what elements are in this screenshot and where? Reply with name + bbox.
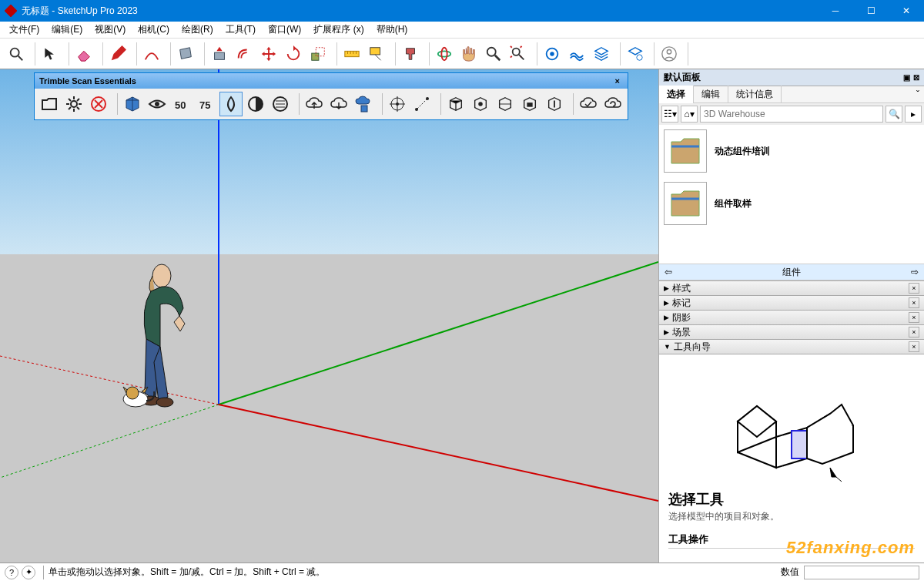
svg-point-23 [667, 49, 671, 54]
delete-circle-icon[interactable] [87, 92, 110, 116]
rectangle-icon[interactable] [174, 42, 197, 65]
list-item[interactable]: 动态组件培训 [664, 129, 919, 173]
cloud-refresh-icon[interactable] [601, 92, 624, 116]
user-icon[interactable] [658, 42, 681, 65]
menu-file[interactable]: 文件(F) [3, 22, 45, 38]
section-close-icon[interactable]: × [909, 297, 919, 308]
menu-view[interactable]: 视图(V) [89, 22, 132, 38]
viewport-area[interactable]: Trimble Scan Essentials × 50 75 [0, 69, 658, 563]
list-item[interactable]: 组件取样 [664, 182, 919, 225]
menu-draw[interactable]: 绘图(R) [176, 22, 219, 38]
section-close-icon[interactable]: × [909, 327, 919, 338]
tabs-collapse-icon[interactable]: ˇ [912, 89, 924, 100]
section-styles[interactable]: ▶样式× [659, 281, 924, 296]
value-input[interactable] [804, 566, 919, 579]
svg-line-52 [417, 99, 427, 109]
search-icon[interactable] [5, 42, 28, 65]
layers-cog-icon[interactable] [624, 42, 647, 65]
minimize-button[interactable]: ─ [818, 0, 853, 22]
zoom-icon[interactable] [482, 42, 505, 65]
menu-window[interactable]: 窗口(W) [262, 22, 307, 38]
warehouse-icon[interactable] [541, 42, 564, 65]
box-b-icon[interactable] [469, 92, 492, 116]
scan-essentials-toolbar[interactable]: Trimble Scan Essentials × 50 75 [34, 72, 628, 120]
svg-rect-3 [215, 52, 225, 59]
panel-close-icon[interactable]: ⊠ [913, 73, 919, 82]
paint-icon[interactable] [399, 42, 422, 65]
orbit-icon[interactable] [433, 42, 456, 65]
menu-tools[interactable]: 工具(T) [219, 22, 262, 38]
panel-pin-icon[interactable]: ▣ [903, 73, 910, 82]
droplet-icon[interactable] [219, 92, 243, 116]
svg-rect-11 [370, 47, 380, 54]
close-button[interactable]: ✕ [889, 0, 924, 22]
menu-edit[interactable]: 编辑(E) [45, 22, 89, 38]
component-list[interactable]: 动态组件培训 组件取样 [659, 125, 924, 264]
tape-icon[interactable] [340, 42, 363, 65]
zoom-extents-icon[interactable] [507, 42, 530, 65]
tab-select[interactable]: 选择 [659, 86, 694, 103]
pushpull-icon[interactable] [208, 42, 231, 65]
text-icon[interactable] [365, 42, 388, 65]
box-a-icon[interactable] [444, 92, 467, 116]
scale-icon[interactable] [306, 42, 330, 65]
section-close-icon[interactable]: × [909, 283, 919, 294]
pencil-icon[interactable] [106, 42, 129, 65]
seventyfive-icon[interactable]: 75 [195, 92, 218, 116]
menu-extensions[interactable]: 扩展程序 (x) [307, 22, 370, 38]
offset-icon[interactable] [233, 42, 256, 65]
section-close-icon[interactable]: × [909, 312, 919, 323]
home-icon[interactable]: ⌂▾ [681, 106, 698, 123]
box-e-icon[interactable] [543, 92, 566, 116]
move-icon[interactable] [257, 42, 280, 65]
nav-forward-icon[interactable]: ⇨ [906, 267, 924, 277]
cloud-cube-icon[interactable] [352, 92, 375, 116]
maximize-button[interactable]: ☐ [853, 0, 889, 22]
svg-point-53 [478, 102, 483, 106]
select-tool-icon[interactable] [38, 42, 62, 65]
measure-points-icon[interactable] [410, 92, 434, 116]
help-icon[interactable]: ? [5, 566, 18, 579]
view-mode-icon[interactable]: ☷▾ [661, 106, 678, 123]
scan-toolbar-close-icon[interactable]: × [612, 76, 623, 86]
contrast-icon[interactable] [244, 92, 267, 116]
hatch-circle-icon[interactable] [269, 92, 292, 116]
layers-icon[interactable] [590, 42, 613, 65]
section-instructor[interactable]: ▼工具向导× [659, 340, 924, 354]
box-c-icon[interactable] [494, 92, 517, 116]
tab-stats[interactable]: 统计信息 [728, 86, 782, 103]
menu-help[interactable]: 帮助(H) [370, 22, 414, 38]
panel-header[interactable]: 默认面板 ▣⊠ [659, 69, 924, 86]
extension-warehouse-icon[interactable] [565, 42, 588, 65]
arc-icon[interactable] [140, 42, 163, 65]
section-tags[interactable]: ▶标记× [659, 296, 924, 311]
search-input[interactable] [700, 106, 883, 123]
section-shadows[interactable]: ▶阴影× [659, 311, 924, 325]
box-d-icon[interactable] [518, 92, 541, 116]
tab-edit[interactable]: 编辑 [694, 86, 728, 103]
nav-back-icon[interactable]: ⇦ [659, 267, 678, 277]
svg-line-18 [519, 54, 524, 59]
target-icon[interactable] [386, 92, 409, 116]
fifty-icon[interactable]: 50 [170, 92, 193, 116]
cloud-check-icon[interactable] [577, 92, 600, 116]
rotate-icon[interactable] [282, 42, 305, 65]
eraser-icon[interactable] [72, 42, 95, 65]
geo-icon[interactable]: ✦ [22, 566, 35, 579]
scan-toolbar-label: Trimble Scan Essentials [39, 76, 136, 86]
search-button-icon[interactable]: 🔍 [886, 106, 902, 123]
section-close-icon[interactable]: × [909, 341, 919, 352]
eye-icon[interactable] [146, 92, 169, 116]
scan-toolbar-title[interactable]: Trimble Scan Essentials × [35, 73, 628, 89]
cube-view-icon[interactable] [121, 92, 144, 116]
cloud-down-icon[interactable] [327, 92, 350, 116]
pan-icon[interactable] [457, 42, 480, 65]
menu-camera[interactable]: 相机(C) [132, 22, 176, 38]
viewport-canvas[interactable] [0, 69, 658, 563]
open-folder-icon[interactable] [38, 92, 61, 116]
gear-icon[interactable] [62, 92, 85, 116]
section-scenes[interactable]: ▶场景× [659, 325, 924, 340]
cloud-up-icon[interactable] [303, 92, 326, 116]
svg-point-17 [513, 48, 520, 55]
forward-icon[interactable]: ▸ [905, 106, 922, 123]
